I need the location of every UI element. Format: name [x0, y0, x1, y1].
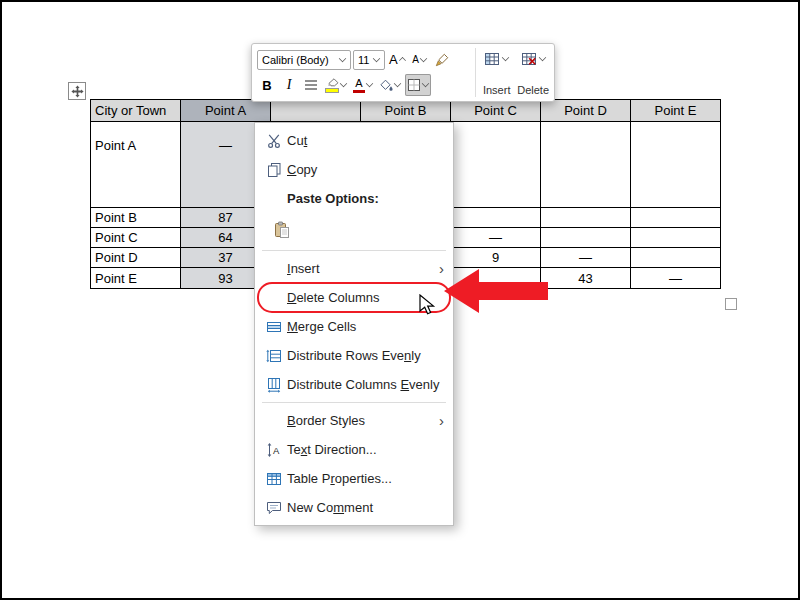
- borders-button[interactable]: [405, 74, 431, 96]
- table-resize-handle[interactable]: [725, 298, 737, 310]
- red-arrow: [443, 268, 549, 315]
- menu-item-copy[interactable]: Copy: [255, 155, 453, 184]
- shrink-font-icon: A: [412, 55, 419, 65]
- format-painter-icon: [435, 53, 449, 67]
- shading-button[interactable]: [377, 74, 403, 96]
- grow-font-icon: A: [389, 53, 398, 66]
- menu-item-label: Merge Cells: [287, 319, 444, 334]
- column-header[interactable]: Point B: [361, 100, 451, 122]
- table-context-menu: CutCopyPaste Options:Insert›Delete Colum…: [254, 122, 454, 526]
- menu-item-merge-cells[interactable]: Merge Cells: [255, 312, 453, 341]
- merge-cells-icon: [266, 319, 282, 335]
- column-header[interactable]: Point C: [451, 100, 541, 122]
- shrink-font-button[interactable]: A: [410, 49, 430, 71]
- column-header[interactable]: Point A: [181, 100, 271, 122]
- row-header[interactable]: Point B: [91, 208, 181, 228]
- mini-toolbar: Calibri (Body) 11 A A: [251, 43, 555, 102]
- list-button[interactable]: [301, 74, 321, 96]
- insert-table-icon: [484, 52, 500, 66]
- insert-group: Insert: [482, 47, 511, 98]
- menu-item-text-direction[interactable]: AText Direction...: [255, 435, 453, 464]
- insert-label: Insert: [483, 83, 511, 98]
- paste-icon: [273, 221, 291, 239]
- highlight-color-button[interactable]: [323, 74, 349, 96]
- menu-separator: [262, 250, 446, 251]
- table-properties-icon: [266, 471, 282, 487]
- table-cell[interactable]: [631, 228, 721, 248]
- scissors-icon: [266, 133, 282, 149]
- menu-item-cut[interactable]: Cut: [255, 126, 453, 155]
- row-header[interactable]: Point C: [91, 228, 181, 248]
- toolbar-main-section: Calibri (Body) 11 A A: [257, 47, 472, 98]
- chevron-down-icon: [373, 55, 380, 62]
- table-cell[interactable]: [451, 122, 541, 208]
- bold-icon: B: [262, 78, 271, 93]
- table-cell[interactable]: [541, 228, 631, 248]
- chevron-down-icon: [339, 55, 346, 62]
- table-cell[interactable]: —: [631, 268, 721, 289]
- italic-button[interactable]: I: [279, 74, 299, 96]
- menu-separator: [262, 402, 446, 403]
- svg-text:A: A: [273, 444, 280, 455]
- menu-item-new-comment[interactable]: New Comment: [255, 493, 453, 522]
- table-header-row: City or TownPoint APoint BPoint CPoint D…: [91, 100, 721, 122]
- new-comment-icon: [266, 500, 282, 516]
- menu-item-label: Cut: [287, 133, 444, 148]
- text-direction-icon: A: [266, 442, 282, 458]
- menu-item-label: Paste Options:: [287, 191, 444, 206]
- menu-item-label: Insert: [287, 261, 439, 276]
- column-header[interactable]: Point E: [631, 100, 721, 122]
- move-arrows-icon: [71, 85, 84, 98]
- insert-table-button[interactable]: [482, 47, 511, 71]
- chevron-down-icon: [394, 80, 401, 87]
- borders-icon: [407, 78, 421, 92]
- font-name-select[interactable]: Calibri (Body): [257, 50, 351, 70]
- menu-item-label: Copy: [287, 162, 444, 177]
- grow-font-button[interactable]: A: [387, 49, 408, 71]
- toolbar-row-2: B I: [257, 73, 472, 99]
- chevron-down-icon: [340, 80, 347, 87]
- mouse-cursor: [419, 294, 437, 316]
- toolbar-separator: [475, 48, 476, 97]
- table-cell[interactable]: —: [451, 228, 541, 248]
- column-header[interactable]: [271, 100, 361, 122]
- row-header[interactable]: Point A: [91, 122, 181, 208]
- list-icon: [304, 79, 318, 91]
- column-header[interactable]: Point D: [541, 100, 631, 122]
- format-painter-button[interactable]: [432, 49, 452, 71]
- table-cell[interactable]: [451, 208, 541, 228]
- table-cell[interactable]: 43: [541, 268, 631, 289]
- delete-table-button[interactable]: [519, 47, 548, 71]
- font-size-select[interactable]: 11: [353, 50, 385, 70]
- menu-item-distribute-rows[interactable]: Distribute Rows Evenly: [255, 341, 453, 370]
- shading-icon: [379, 79, 393, 92]
- menu-item-paste-options: Paste Options:: [255, 184, 453, 213]
- menu-item-label: Table Properties...: [287, 471, 444, 486]
- table-cell[interactable]: [541, 122, 631, 208]
- menu-item-border-styles[interactable]: Border Styles›: [255, 406, 453, 435]
- row-header[interactable]: Point E: [91, 268, 181, 289]
- font-color-button[interactable]: A: [351, 74, 375, 96]
- chevron-down-icon: [538, 54, 545, 61]
- highlighter-icon: [325, 78, 339, 94]
- table-cell[interactable]: [541, 208, 631, 228]
- menu-item-distribute-columns[interactable]: Distribute Columns Evenly: [255, 370, 453, 399]
- font-size-value: 11: [358, 54, 369, 66]
- menu-item-label: Text Direction...: [287, 442, 444, 457]
- column-header[interactable]: City or Town: [91, 100, 181, 122]
- toolbar-row-1: Calibri (Body) 11 A A: [257, 47, 472, 73]
- menu-item-paste[interactable]: [255, 213, 453, 247]
- menu-item-label: Border Styles: [287, 413, 439, 428]
- table-cell[interactable]: [631, 208, 721, 228]
- menu-item-table-properties[interactable]: Table Properties...: [255, 464, 453, 493]
- table-move-handle[interactable]: [68, 82, 86, 100]
- row-header[interactable]: Point D: [91, 248, 181, 268]
- delete-table-icon: [521, 52, 537, 66]
- bold-button[interactable]: B: [257, 74, 277, 96]
- table-cell[interactable]: —: [541, 248, 631, 268]
- submenu-chevron-icon: ›: [439, 413, 444, 428]
- table-cell[interactable]: [631, 122, 721, 208]
- menu-item-insert[interactable]: Insert›: [255, 254, 453, 283]
- table-cell[interactable]: 9: [451, 248, 541, 268]
- table-cell[interactable]: [631, 248, 721, 268]
